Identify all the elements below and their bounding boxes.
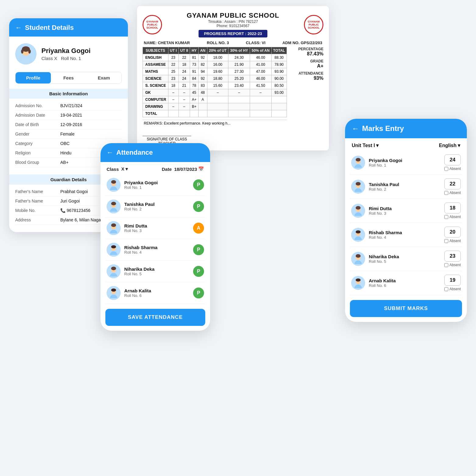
svg-point-38 xyxy=(354,284,362,288)
marks-entry-card: ← Marks Entry Unit Test I ▾ English ▾ Pr… xyxy=(345,119,467,322)
svg-point-23 xyxy=(354,164,362,168)
absent-checkbox-row: Absent xyxy=(444,287,461,291)
calendar-icon[interactable]: 📅 xyxy=(198,166,204,172)
marks-back-arrow[interactable]: ← xyxy=(352,124,359,133)
marks-input[interactable] xyxy=(444,154,461,165)
marks-input[interactable] xyxy=(444,178,461,189)
table-row: GK––4548–––93.00 xyxy=(143,89,287,96)
attendance-item: Arnab Kalita Roll No. 6 P xyxy=(105,282,205,304)
marks-item: Priyanka Gogoi Roll No. 1 Absent xyxy=(350,151,462,175)
attendance-badge-present[interactable]: P xyxy=(193,179,204,190)
attendance-item: Tanishka Paul Roll No. 2 P xyxy=(105,196,205,217)
marks-input[interactable] xyxy=(444,227,461,238)
tab-fees[interactable]: Fees xyxy=(51,72,86,83)
absent-checkbox[interactable] xyxy=(444,215,448,219)
info-row: GenderFemale xyxy=(15,129,122,139)
school-logo-left: GYANAMPUBLICSCHOOL xyxy=(143,15,162,34)
marks-header: ← Marks Entry xyxy=(345,119,467,138)
table-row: DRAWING––B+ xyxy=(143,103,287,110)
school-logo-right: GYANAMPUBLICSCHOOL xyxy=(304,15,323,34)
report-table-wrap: SUBJECTS UT I UT II HY AN 20% of UT 30% … xyxy=(143,47,287,146)
subject-filter-value: English xyxy=(439,143,457,148)
school-name: GYANAM PUBLIC SCHOOL xyxy=(165,12,301,19)
report-body: SUBJECTS UT I UT II HY AN 20% of UT 30% … xyxy=(143,47,323,146)
report-remarks: REMARKS: Excellent performance. Keep wor… xyxy=(143,120,287,127)
avatar xyxy=(351,204,365,218)
svg-point-28 xyxy=(356,182,361,185)
attendance-item: Rimi Dutta Roll No. 3 A xyxy=(105,217,205,239)
absent-checkbox[interactable] xyxy=(444,167,448,171)
absent-checkbox[interactable] xyxy=(444,239,448,243)
attendance-summary: ATTENDANCE 93% xyxy=(290,71,323,81)
avatar xyxy=(107,178,121,192)
absent-checkbox[interactable] xyxy=(444,287,448,291)
absent-checkbox-row: Absent xyxy=(444,239,461,243)
marks-input[interactable] xyxy=(444,275,461,286)
table-row: ASSAMESE2218738216.0021.9041.0078.90 xyxy=(143,61,287,68)
table-header-row: SUBJECTS UT I UT II HY AN 20% of UT 30% … xyxy=(143,47,287,54)
absent-label: Absent xyxy=(450,287,461,291)
avatar xyxy=(107,221,121,235)
chevron-down-icon: ▾ xyxy=(458,143,460,148)
attendance-badge-absent[interactable]: A xyxy=(193,223,204,234)
progress-report-card: GYANAMPUBLICSCHOOL GYANAM PUBLIC SCHOOL … xyxy=(137,6,329,150)
chevron-down-icon: ▾ xyxy=(376,143,379,148)
class-select[interactable]: Class X ▾ xyxy=(107,166,128,172)
marks-item: Rimi Dutta Roll No. 3 Absent xyxy=(350,199,462,223)
attendance-list: Priyanka Gogoi Roll No. 1 P Tanishka Pau… xyxy=(100,174,210,304)
table-row: ENGLISH2322819218.0024.3046.0088.30 xyxy=(143,54,287,61)
attendance-title: Attendance xyxy=(116,149,153,157)
absent-label: Absent xyxy=(450,167,461,171)
submit-marks-button[interactable]: SUBMIT MARKS xyxy=(350,300,462,317)
tab-profile[interactable]: Profile xyxy=(16,72,51,83)
student-class-roll: Class X Roll No. 1 xyxy=(41,56,90,61)
marks-input[interactable] xyxy=(444,251,461,262)
report-student-info: NAME: CHETAN KUMAR ROLL NO. 3 CLASS: VI … xyxy=(143,41,323,45)
student-profile-section: Priyanka Gogoi Class X Roll No. 1 xyxy=(9,37,128,68)
marks-item: Arnab Kalita Roll No. 6 Absent xyxy=(350,271,462,295)
absent-checkbox[interactable] xyxy=(444,263,448,267)
avatar xyxy=(107,264,121,278)
attendance-badge-present[interactable]: P xyxy=(193,266,204,277)
marks-item: Rishab Sharma Roll No. 4 Absent xyxy=(350,223,462,247)
svg-point-13 xyxy=(111,223,116,227)
school-phone: Phone: 9101234567 xyxy=(165,24,301,28)
svg-point-17 xyxy=(110,273,117,277)
avatar xyxy=(107,286,121,300)
tab-bar: Profile Fees Exam xyxy=(15,72,122,84)
attendance-badge-present[interactable]: P xyxy=(193,244,204,255)
report-header: GYANAMPUBLICSCHOOL GYANAM PUBLIC SCHOOL … xyxy=(143,12,323,37)
save-attendance-button[interactable]: SAVE ATTENDANCE xyxy=(105,309,205,326)
absent-checkbox[interactable] xyxy=(444,191,448,195)
svg-point-0 xyxy=(20,56,31,62)
svg-point-19 xyxy=(111,266,116,270)
marks-list: Priyanka Gogoi Roll No. 1 Absent xyxy=(345,151,467,295)
avatar xyxy=(351,156,365,170)
avatar xyxy=(107,243,121,257)
att-back-arrow[interactable]: ← xyxy=(107,149,113,157)
tab-exam[interactable]: Exam xyxy=(86,72,122,83)
subject-filter[interactable]: English ▾ xyxy=(439,143,460,148)
svg-point-25 xyxy=(356,158,361,161)
table-row: SCIENCE2324849218.8025.2046.0090.00 xyxy=(143,75,287,82)
attendance-card: ← Attendance Class X ▾ Date 18/07/2023 📅 xyxy=(100,143,210,331)
test-filter[interactable]: Unit Test I ▾ xyxy=(352,143,379,148)
avatar xyxy=(351,228,365,242)
class-value: X ▾ xyxy=(120,166,128,172)
marks-title: Marks Entry xyxy=(362,124,404,133)
marks-input[interactable] xyxy=(444,203,461,213)
attendance-item: Rishab Sharma Roll No. 4 P xyxy=(105,239,205,261)
avatar xyxy=(351,252,365,266)
table-row: COMPUTER––A+A xyxy=(143,96,287,103)
svg-point-14 xyxy=(110,251,117,255)
date-select[interactable]: Date 18/07/2023 📅 xyxy=(162,166,204,172)
info-row: Admission Date19-04-2021 xyxy=(15,111,122,120)
date-label: Date xyxy=(162,167,172,172)
avatar xyxy=(351,276,365,290)
attendance-badge-present[interactable]: P xyxy=(193,201,204,212)
attendance-item: Priyanka Gogoi Roll No. 1 P xyxy=(105,174,205,196)
marks-item: Tanishka Paul Roll No. 2 Absent xyxy=(350,175,462,199)
absent-checkbox-row: Absent xyxy=(444,215,461,219)
attendance-badge-present[interactable]: P xyxy=(193,287,204,298)
back-arrow-icon[interactable]: ← xyxy=(15,24,22,32)
